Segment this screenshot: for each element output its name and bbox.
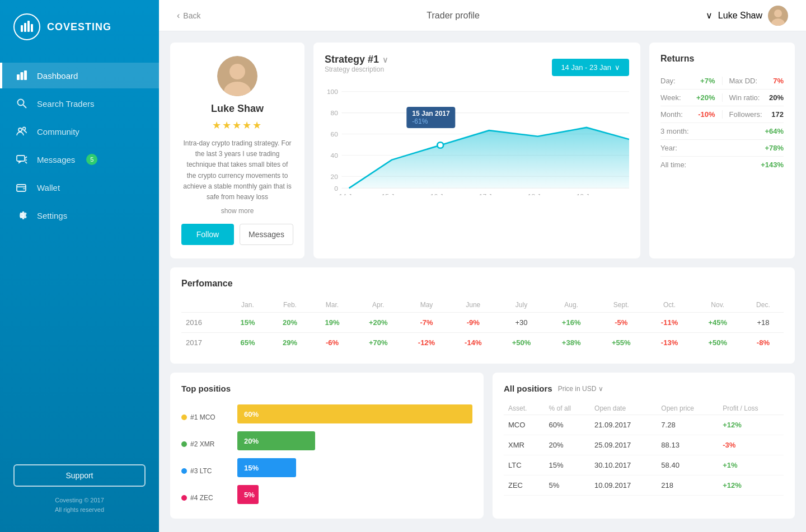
svg-line-14 bbox=[25, 162, 27, 163]
page-title: Trader profile bbox=[427, 11, 480, 21]
year-label: Year: bbox=[660, 144, 677, 152]
perf-cell: -9% bbox=[450, 313, 496, 333]
day-label: Day: bbox=[660, 77, 676, 85]
returns-row-2: Week: +20% Win ratio: 20% bbox=[660, 90, 784, 106]
col-feb: Feb. bbox=[269, 298, 311, 313]
logo-text: COVESTING bbox=[47, 21, 111, 33]
svg-text:20: 20 bbox=[331, 173, 339, 180]
profile-actions: Follow Messages bbox=[181, 224, 293, 245]
perf-cell: +50% bbox=[496, 333, 546, 353]
sidebar-bottom: Support Covesting © 2017 All rights rese… bbox=[0, 453, 159, 532]
pos-cell-open_date: 21.09.2017 bbox=[590, 415, 657, 435]
strategy-chevron: ∨ bbox=[382, 55, 388, 64]
returns-row-3: Month: -10% Followers: 172 bbox=[660, 106, 784, 123]
price-usd-selector[interactable]: Price in USD ∨ bbox=[558, 385, 604, 393]
table-row: LTC15%30.10.201758.40+1% bbox=[504, 455, 784, 475]
perf-cell: -13% bbox=[646, 333, 692, 353]
col-may: May bbox=[403, 298, 449, 313]
returns-row-1: Day: +7% Max DD: 7% bbox=[660, 73, 784, 90]
col-oct: Oct. bbox=[646, 298, 692, 313]
chart-card: Strategy #1 ∨ Strategy description 14 Ja… bbox=[313, 43, 640, 258]
all-positions-body: MCO60%21.09.20177.28+12%XMR20%25.09.2017… bbox=[504, 415, 784, 496]
sidebar-item-settings[interactable]: Settings bbox=[0, 203, 159, 228]
pos-cell-open_price: 218 bbox=[657, 475, 718, 496]
sidebar-item-community[interactable]: Community bbox=[0, 119, 159, 144]
svg-rect-3 bbox=[31, 24, 33, 32]
sidebar-item-label-community: Community bbox=[37, 127, 79, 136]
sidebar-item-search-traders[interactable]: Search Traders bbox=[0, 91, 159, 116]
back-button[interactable]: ‹ Back bbox=[177, 11, 200, 21]
dot-xmr bbox=[181, 441, 187, 447]
sidebar-item-label-messages: Messages bbox=[37, 155, 75, 164]
perf-cell: 15% bbox=[227, 313, 269, 333]
perf-header-row: Jan. Feb. Mar. Apr. May June July Aug. S… bbox=[181, 298, 784, 313]
col-nov: Nov. bbox=[693, 298, 743, 313]
sidebar-item-dashboard[interactable]: Dashboard bbox=[0, 63, 159, 88]
pos-cell-open_price: 58.40 bbox=[657, 455, 718, 475]
svg-text:15 Jan: 15 Jan bbox=[382, 192, 402, 195]
bar-label-2: #2 XMR bbox=[181, 435, 226, 454]
sidebar-item-messages[interactable]: Messages 5 bbox=[0, 147, 159, 172]
table-row: ZEC5%10.09.2017218+12% bbox=[504, 475, 784, 496]
wallet-icon bbox=[16, 181, 28, 194]
col-june: June bbox=[450, 298, 496, 313]
svg-text:0: 0 bbox=[334, 185, 338, 192]
show-more-link[interactable]: show more bbox=[221, 207, 254, 215]
svg-rect-5 bbox=[21, 72, 24, 80]
top-positions-content: #1 MCO #2 XMR #3 LTC #4 ZEC bbox=[181, 404, 472, 507]
strategy-title[interactable]: Strategy #1 ∨ bbox=[325, 54, 388, 65]
svg-rect-16 bbox=[23, 188, 25, 190]
pos-cell-asset: MCO bbox=[504, 415, 545, 435]
pos-cell-pct: 60% bbox=[545, 415, 590, 435]
dot-ltc bbox=[181, 468, 187, 474]
perf-cell: +45% bbox=[693, 313, 743, 333]
perf-cell: -7% bbox=[403, 313, 449, 333]
followers-label: Followers: bbox=[729, 110, 762, 119]
date-range-button[interactable]: 14 Jan - 23 Jan ∨ bbox=[552, 59, 629, 76]
price-usd-label: Price in USD bbox=[558, 385, 597, 393]
bars: 60% 20% 15% 5% bbox=[237, 404, 472, 507]
label-ltc: #3 LTC bbox=[190, 467, 212, 475]
follow-button[interactable]: Follow bbox=[181, 224, 234, 245]
perf-cell: +30 bbox=[496, 313, 546, 333]
returns-3month: 3 month: +64% bbox=[660, 123, 784, 140]
pos-header-row: Asset. % of all Open date Open price Pro… bbox=[504, 402, 784, 415]
bar-ltc: 15% bbox=[237, 458, 296, 477]
perf-cell: +38% bbox=[546, 333, 596, 353]
svg-rect-2 bbox=[27, 21, 30, 32]
sidebar-item-wallet[interactable]: Wallet bbox=[0, 175, 159, 200]
search-icon bbox=[16, 97, 28, 110]
col-mar: Mar. bbox=[311, 298, 354, 313]
bar-label-1: #1 MCO bbox=[181, 408, 226, 427]
table-row: XMR20%25.09.201788.13-3% bbox=[504, 435, 784, 455]
svg-text:16 Jan: 16 Jan bbox=[430, 192, 451, 195]
3month-value: +64% bbox=[765, 127, 784, 135]
dot-mco bbox=[181, 415, 187, 420]
col-open-date: Open date bbox=[590, 402, 657, 415]
bar-mco: 60% bbox=[237, 404, 472, 423]
col-jan: Jan. bbox=[227, 298, 269, 313]
messages-button[interactable]: Messages bbox=[240, 224, 293, 245]
table-row: MCO60%21.09.20177.28+12% bbox=[504, 415, 784, 435]
returns-year: Year: +78% bbox=[660, 140, 784, 157]
maxdd-label: Max DD: bbox=[729, 77, 758, 85]
all-positions-header: All positiors Price in USD ∨ bbox=[504, 384, 784, 393]
bar-labels: #1 MCO #2 XMR #3 LTC #4 ZEC bbox=[181, 404, 226, 507]
svg-point-18 bbox=[774, 10, 782, 17]
month-value: -10% bbox=[698, 110, 715, 119]
svg-line-12 bbox=[25, 157, 27, 158]
svg-text:19 Jan: 19 Jan bbox=[577, 192, 597, 195]
header: ‹ Back Trader profile ∨ Luke Shaw bbox=[159, 0, 806, 31]
alltime-label: All time: bbox=[660, 161, 686, 169]
support-button[interactable]: Support bbox=[13, 464, 146, 487]
svg-text:60: 60 bbox=[331, 130, 339, 138]
winratio-label: Win ratio: bbox=[729, 93, 760, 102]
pos-cell-pl: +12% bbox=[718, 475, 784, 496]
perf-cell: -8% bbox=[743, 333, 784, 353]
header-user[interactable]: ∨ Luke Shaw bbox=[706, 6, 788, 26]
performance-card: Perfomance Jan. Feb. Mar. Apr. May June … bbox=[170, 267, 795, 364]
profile-name: Luke Shaw bbox=[211, 103, 264, 115]
svg-text:80: 80 bbox=[331, 109, 339, 116]
col-pl: Profit / Loss bbox=[718, 402, 784, 415]
pos-cell-asset: LTC bbox=[504, 455, 545, 475]
